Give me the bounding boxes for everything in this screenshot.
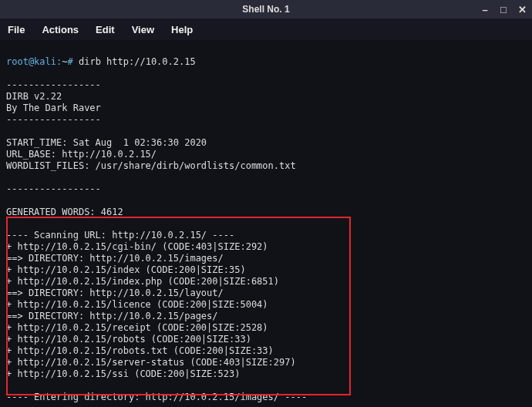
prompt-path: ~ <box>62 56 67 67</box>
wordlist-files: WORDLIST_FILES: /usr/share/dirb/wordlist… <box>6 160 296 171</box>
menu-help[interactable]: Help <box>171 24 193 35</box>
result-line: + http://10.0.2.15/server-status (CODE:4… <box>6 357 296 368</box>
separator-line: ----------------- <box>6 79 101 90</box>
result-line: + http://10.0.2.15/index.php (CODE:200|S… <box>6 276 279 287</box>
result-line: ==> DIRECTORY: http://10.0.2.15/pages/ <box>6 311 218 321</box>
generated-words: GENERATED WORDS: 4612 <box>6 207 123 217</box>
shell-prompt: root@kali:~# dirb http://10.0.2.15 <box>6 56 196 67</box>
window-title: Shell No. 1 <box>242 4 289 15</box>
result-line: + http://10.0.2.15/robots.txt (CODE:200|… <box>6 345 274 356</box>
window-controls: – □ ✕ <box>480 0 527 18</box>
menu-edit[interactable]: Edit <box>96 24 115 35</box>
result-line: + http://10.0.2.15/ssi (CODE:200|SIZE:52… <box>6 368 240 379</box>
result-line: ==> DIRECTORY: http://10.0.2.15/layout/ <box>6 288 224 298</box>
terminal-output[interactable]: root@kali:~# dirb http://10.0.2.15 -----… <box>0 40 532 407</box>
separator-line: ----------------- <box>6 114 101 125</box>
result-line: + http://10.0.2.15/index (CODE:200|SIZE:… <box>6 264 246 275</box>
dirb-version: DIRB v2.22 <box>6 91 62 102</box>
result-line: + http://10.0.2.15/cgi-bin/ (CODE:403|SI… <box>6 241 268 252</box>
menu-file[interactable]: File <box>8 24 25 35</box>
menu-view[interactable]: View <box>132 24 154 35</box>
result-line: + http://10.0.2.15/receipt (CODE:200|SIZ… <box>6 322 268 333</box>
result-line: + http://10.0.2.15/licence (CODE:200|SIZ… <box>6 299 268 310</box>
prompt-command: dirb http://10.0.2.15 <box>79 56 196 67</box>
prompt-symbol: # <box>68 56 73 67</box>
separator-line: ----------------- <box>6 183 101 194</box>
result-line: + http://10.0.2.15/robots (CODE:200|SIZE… <box>6 334 251 345</box>
prompt-userhost: root@kali <box>6 56 56 67</box>
close-icon[interactable]: ✕ <box>517 5 527 15</box>
scan-header: ---- Scanning URL: http://10.0.2.15/ ---… <box>6 230 234 240</box>
start-time: START_TIME: Sat Aug 1 02:36:30 2020 <box>6 137 207 148</box>
url-base: URL_BASE: http://10.0.2.15/ <box>6 149 157 160</box>
window-titlebar: Shell No. 1 – □ ✕ <box>0 0 532 18</box>
minimize-icon[interactable]: – <box>480 5 490 15</box>
dirb-author: By The Dark Raver <box>6 103 101 113</box>
result-line: ==> DIRECTORY: http://10.0.2.15/images/ <box>6 253 224 264</box>
menu-actions[interactable]: Actions <box>42 24 79 35</box>
maximize-icon[interactable]: □ <box>498 5 509 15</box>
entering-directory: ---- Entering directory: http://10.0.2.1… <box>6 392 307 402</box>
menu-bar: File Actions Edit View Help <box>0 18 532 40</box>
